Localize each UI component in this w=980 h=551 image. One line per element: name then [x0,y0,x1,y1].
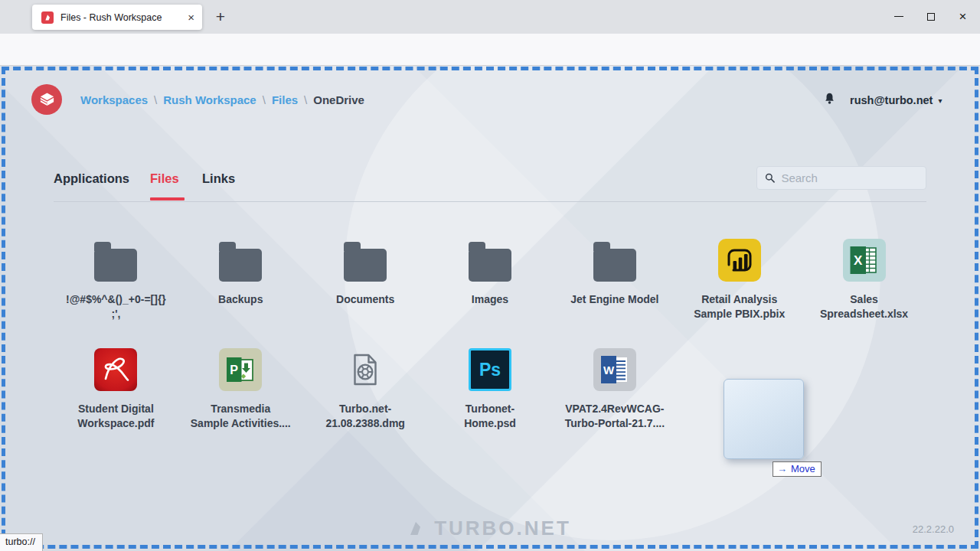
file-item-special-folder[interactable]: !@#$%^&()_+0-=[]{};', [54,230,178,339]
tabs-divider [54,201,926,202]
browser-toolbar: https://rushvm.turboqa.net/workspace/rus… [0,34,980,66]
file-label: Jet Engine Model [570,292,658,307]
file-label: SalesSpreadsheet.xlsx [820,292,908,321]
folder-icon [219,249,262,282]
file-label: TransmediaSample Activities.... [191,402,291,431]
drag-ghost [724,379,804,459]
turbo-logo[interactable] [31,84,62,115]
tab-links[interactable]: Links [202,171,235,186]
folder-icon [94,249,137,282]
file-label: Student DigitalWorkspace.pdf [77,402,154,431]
minimize-icon [894,16,903,17]
search-icon [765,172,775,184]
window-close-icon: × [959,10,967,23]
breadcrumb-current: OneDrive [313,93,364,106]
excel-icon: X [843,239,886,282]
browser-tab[interactable]: Files - Rush Workspace × [32,5,202,30]
file-label: Turbo.net-21.08.2388.dmg [325,402,405,431]
file-item-retail-analysis-pbix[interactable]: Retail AnalysisSample PBIX.pbix [677,230,802,339]
breadcrumb-workspaces-link[interactable]: Workspaces [80,93,148,106]
file-item-images[interactable]: Images [428,230,553,339]
browser-window: Files - Rush Workspace × + × [0,0,980,551]
pdf-icon [94,348,137,391]
breadcrumb-rush-workspace-link[interactable]: Rush Workspace [163,93,256,106]
file-label: Images [472,292,508,307]
file-item-turbo-dmg[interactable]: Turbo.net-21.08.2388.dmg [303,339,428,448]
dmg-file-icon [344,348,387,391]
photoshop-icon: Ps [469,348,511,391]
project-icon: P [219,348,262,391]
window-maximize-button[interactable] [913,0,949,33]
maximize-icon [927,13,935,21]
tab-applications[interactable]: Applications [54,171,129,186]
word-icon: W [593,348,636,391]
file-item-jet-engine-model[interactable]: Jet Engine Model [552,230,677,339]
file-label: Documents [336,292,394,307]
window-minimize-button[interactable] [881,0,916,33]
folder-icon [344,249,387,282]
move-tooltip-label: Move [791,463,815,474]
tab-files[interactable]: Files [150,171,179,186]
account-email: rush@turbo.net [850,94,933,106]
tab-title: Files - Rush Workspace [60,12,181,23]
file-item-backups[interactable]: Backups [178,230,303,339]
file-item-student-digital-workspace-pdf[interactable]: Student DigitalWorkspace.pdf [54,339,178,448]
folder-icon [469,249,511,282]
turbo-watermark-icon [409,520,426,537]
caret-down-icon: ▾ [938,96,942,105]
tab-close-icon[interactable]: × [188,11,194,23]
version-label: 22.2.22.0 [913,523,954,535]
search-input[interactable] [781,171,920,184]
turbo-watermark: TURBO.NET [0,517,980,540]
svg-text:P: P [230,364,239,377]
file-item-documents[interactable]: Documents [303,230,428,339]
active-tab-underline [150,197,185,201]
browser-tab-strip: Files - Rush Workspace × + × [0,0,980,34]
breadcrumb: Workspaces\Rush Workspace\Files\OneDrive [80,93,364,106]
file-item-vpat-word-doc[interactable]: W VPAT2.4RevWCAG-Turbo-Portal-21.7.... [552,339,677,448]
powerbi-icon [718,239,761,282]
notifications-bell-icon[interactable] [822,91,837,109]
svg-text:X: X [854,253,863,268]
turbo-favicon-icon [41,11,54,24]
file-label: Retail AnalysisSample PBIX.pbix [694,292,785,321]
account-menu[interactable]: rush@turbo.net▾ [850,94,942,106]
window-close-button[interactable]: × [946,0,980,33]
search-box[interactable] [756,166,926,190]
new-tab-button[interactable]: + [208,5,233,28]
svg-text:W: W [603,364,615,377]
file-item-turbonet-home-psd[interactable]: Ps Turbonet-Home.psd [428,339,553,448]
file-label: Backups [218,292,263,307]
file-label: !@#$%^&()_+0-=[]{};', [66,292,166,321]
file-label: VPAT2.4RevWCAG-Turbo-Portal-21.7.... [565,402,665,431]
drag-move-tooltip: → Move [773,461,822,477]
folder-icon [593,249,636,282]
status-link-preview: turbo:// [0,533,43,551]
breadcrumb-files-link[interactable]: Files [272,93,298,106]
file-item-transmedia-sample-activities[interactable]: P TransmediaSample Activities.... [178,339,303,448]
file-item-sales-spreadsheet-xlsx[interactable]: X SalesSpreadsheet.xlsx [802,230,926,339]
file-label: Turbonet-Home.psd [464,402,516,431]
move-arrow-icon: → [777,463,787,474]
workspace-page: Workspaces\Rush Workspace\Files\OneDrive… [0,66,980,551]
